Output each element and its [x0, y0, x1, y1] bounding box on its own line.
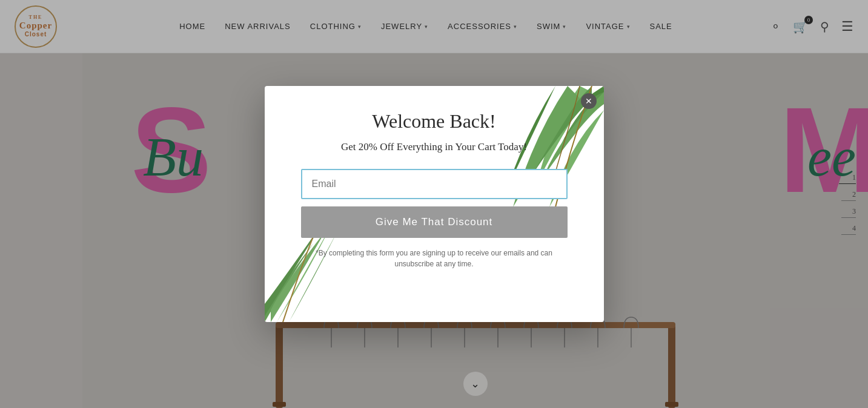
email-input[interactable]	[301, 169, 568, 199]
close-button[interactable]: ✕	[581, 93, 597, 109]
email-signup-modal: ✕	[265, 86, 604, 322]
modal-inner: Welcome Back! Get 20% Off Everything in …	[301, 110, 568, 269]
discount-button[interactable]: Give Me That Discount	[301, 206, 568, 238]
modal-overlay: ✕	[0, 0, 868, 408]
modal-disclaimer: *By completing this form you are signing…	[301, 248, 568, 269]
modal-subtitle: Get 20% Off Everything in Your Cart Toda…	[301, 140, 568, 154]
modal-title: Welcome Back!	[301, 110, 568, 133]
modal-content: Welcome Back! Get 20% Off Everything in …	[265, 86, 604, 322]
